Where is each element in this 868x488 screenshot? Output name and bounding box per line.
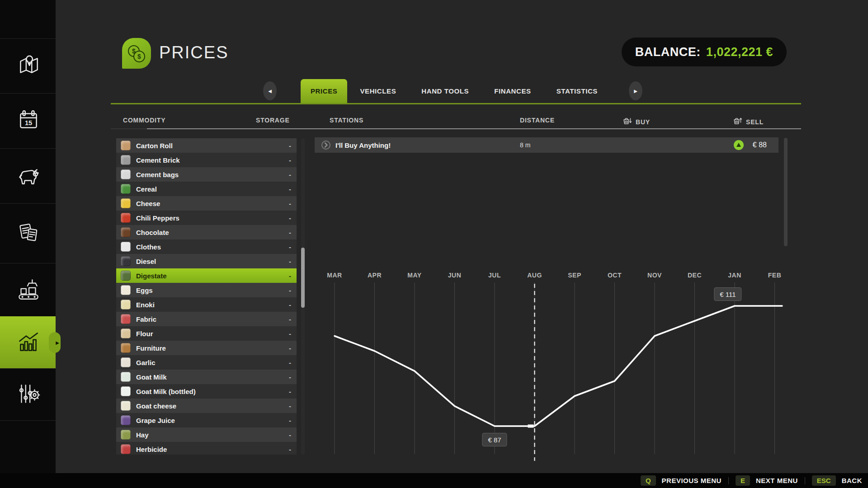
commodity-row-hay[interactable]: Hay- (116, 427, 297, 442)
stations-scrollbar[interactable] (784, 138, 788, 246)
commodity-storage-value: - (289, 272, 291, 280)
hint-next-menu[interactable]: ENEXT MENU (736, 475, 798, 486)
commodity-row-goat-cheese[interactable]: Goat cheese- (116, 399, 297, 413)
commodity-row-herbicide[interactable]: Herbicide- (116, 442, 297, 455)
commodity-row-flour[interactable]: Flour- (116, 326, 297, 341)
hint-previous-menu[interactable]: QPREVIOUS MENU (641, 475, 722, 486)
commodity-row-cheese[interactable]: Cheese- (116, 196, 297, 211)
commodity-label: Cement Brick (136, 156, 180, 164)
commodity-label: Cheese (136, 200, 160, 207)
commodity-storage-value: - (289, 402, 291, 410)
active-menu-arrow-icon: ▶ (56, 340, 59, 345)
hint-back[interactable]: ESCBACK (812, 475, 862, 486)
statistics-icon (15, 328, 41, 357)
commodity-scrollbar-thumb[interactable] (301, 248, 305, 308)
sell-basket-icon (733, 117, 742, 127)
tab-vehicles[interactable]: VEHICLES (347, 87, 409, 95)
eggs-icon (121, 285, 131, 295)
column-header-sell: SELL (733, 117, 764, 127)
tab-hand-tools[interactable]: HAND TOOLS (409, 87, 481, 95)
commodity-row-cereal[interactable]: Cereal- (116, 182, 297, 196)
commodity-row-carton-roll[interactable]: Carton Roll- (116, 138, 297, 153)
station-row[interactable]: I'll Buy Anything! 8 m € 88 (315, 137, 778, 153)
page-title: PRICES (159, 43, 228, 62)
sidebar-item-production[interactable] (0, 263, 56, 316)
herbicide-icon (121, 444, 131, 454)
column-header-storage: STORAGE (256, 117, 290, 124)
hint-separator (728, 477, 729, 484)
hay-icon (121, 430, 131, 440)
tab-statistics[interactable]: STATISTICS (544, 87, 610, 95)
commodity-storage-value: - (289, 214, 291, 222)
commodity-label: Goat cheese (136, 402, 176, 410)
commodity-label: Cereal (136, 185, 157, 193)
column-header-stations: STATIONS (330, 117, 363, 124)
key-badge-e: E (736, 475, 750, 486)
garlic-icon (121, 357, 131, 367)
commodity-row-cement-bags[interactable]: Cement bags- (116, 167, 297, 182)
commodity-storage-value: - (289, 417, 291, 424)
commodity-label: Goat Milk (136, 373, 167, 381)
price-tag-111: € 111 (714, 287, 741, 301)
commodity-row-digestate[interactable]: Digestate- (116, 268, 297, 283)
balance-pill: BALANCE: 1,022,221 € (622, 38, 787, 66)
sidebar-item-settings[interactable] (0, 368, 56, 420)
hint-label: BACK (842, 477, 862, 484)
fabric-icon (121, 314, 131, 324)
commodity-row-fabric[interactable]: Fabric- (116, 312, 297, 326)
commodity-storage-value: - (289, 330, 291, 338)
commodity-storage-value: - (289, 431, 291, 439)
tab-underline (111, 103, 801, 104)
chocolate-icon (121, 227, 131, 237)
price-tag-87: € 87 (482, 433, 507, 446)
contracts-icon (15, 220, 41, 248)
commodity-storage-value: - (289, 258, 291, 265)
goat-cheese-icon (121, 401, 131, 411)
commodity-row-goat-milk[interactable]: Goat Milk- (116, 370, 297, 384)
commodity-row-chocolate[interactable]: Chocolate- (116, 225, 297, 239)
commodity-row-grape-juice[interactable]: Grape Juice- (116, 413, 297, 427)
commodity-label: Goat Milk (bottled) (136, 388, 196, 395)
commodity-row-eggs[interactable]: Eggs- (116, 283, 297, 297)
tab-finances[interactable]: FINANCES (481, 87, 543, 95)
svg-text:15: 15 (24, 119, 32, 127)
sidebar-item-contracts[interactable] (0, 203, 56, 263)
price-trend-up-icon (734, 140, 744, 150)
commodity-storage-value: - (289, 142, 291, 150)
commodity-row-goat-milk-bottled[interactable]: Goat Milk (bottled)- (116, 384, 297, 399)
enoki-icon (121, 300, 131, 310)
commodity-row-diesel[interactable]: Diesel- (116, 254, 297, 268)
commodity-label: Fabric (136, 315, 156, 323)
balance-value: 1,022,221 € (706, 45, 773, 59)
tabs-next-arrow[interactable]: ▶ (629, 81, 642, 100)
commodity-list: Carton Roll-Cement Brick-Cement bags-Cer… (116, 138, 297, 455)
tab-prices[interactable]: PRICES (301, 79, 347, 103)
sidebar-item-statistics[interactable]: ▶ (0, 316, 56, 368)
current-price-marker (528, 425, 534, 428)
commodity-storage-value: - (289, 156, 291, 164)
commodity-label: Furniture (136, 344, 166, 352)
commodity-row-chili-peppers[interactable]: Chili Peppers- (116, 211, 297, 225)
commodity-label: Garlic (136, 359, 156, 366)
sidebar-item-animals[interactable] (0, 148, 56, 203)
commodity-storage-value: - (289, 359, 291, 366)
commodity-row-garlic[interactable]: Garlic- (116, 355, 297, 370)
cow-icon (15, 162, 41, 190)
commodity-row-cement-brick[interactable]: Cement Brick- (116, 153, 297, 167)
column-header-distance: DISTANCE (520, 117, 555, 124)
commodity-row-clothes[interactable]: Clothes- (116, 239, 297, 254)
sidebar-item-calendar[interactable]: 15 (0, 93, 56, 148)
commodity-row-furniture[interactable]: Furniture- (116, 341, 297, 355)
footer-hint-bar: QPREVIOUS MENUENEXT MENUESCBACK (0, 473, 868, 488)
commodity-label: Hay (136, 431, 149, 439)
cement-bags-icon (121, 169, 131, 179)
commodity-storage-value: - (289, 373, 291, 381)
grape-juice-icon (121, 415, 131, 425)
sidebar-item-map[interactable] (0, 38, 56, 93)
map-icon (15, 52, 41, 80)
tabs-prev-arrow[interactable]: ◀ (263, 81, 277, 100)
commodity-row-enoki[interactable]: Enoki- (116, 297, 297, 312)
column-header-commodity: COMMODITY (123, 117, 165, 124)
commodity-scrollbar[interactable] (301, 138, 305, 455)
column-header-buy: BUY (623, 117, 650, 127)
